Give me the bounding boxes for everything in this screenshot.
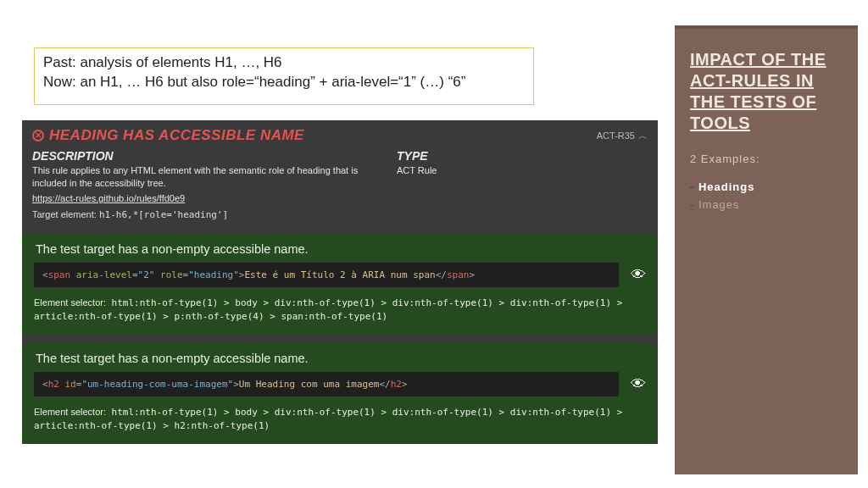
eye-icon[interactable]: 👁 — [631, 266, 646, 284]
rule-title-row: ✕ HEADING HAS ACCESSIBLE NAME — [32, 127, 304, 144]
rule-panel: ✕ HEADING HAS ACCESSIBLE NAME ACT-R35 ︿ … — [22, 120, 658, 444]
sidebar-title: IMPACT OF THE ACT-RULES IN THE TESTS OF … — [690, 49, 843, 134]
target-value: h1-h6,*[role='heading'] — [99, 209, 228, 220]
element-selector: Element selector: html:nth-of-type(1) > … — [34, 405, 646, 434]
rule-status-icon: ✕ — [32, 130, 44, 141]
result-title: The test target has a non-empty accessib… — [34, 242, 646, 256]
target-label: Target element: — [32, 209, 97, 219]
code-snippet: <h2 id="um-heading-com-uma-imagem">Um He… — [34, 372, 619, 396]
code-snippet: <span aria-level="2" role="heading">Este… — [34, 263, 619, 287]
description-text: This rule applies to any HTML element wi… — [32, 164, 363, 190]
result-block: The test target has a non-empty accessib… — [22, 234, 658, 335]
type-value: ACT Rule — [397, 164, 437, 177]
chevron-up-icon: ︿ — [638, 130, 648, 142]
sidebar: IMPACT OF THE ACT-RULES IN THE TESTS OF … — [675, 25, 858, 474]
result-title: The test target has a non-empty accessib… — [34, 352, 646, 365]
note-line-1: Past: analysis of elements H1, …, H6 — [43, 53, 525, 73]
sidebar-item-images[interactable]: Images — [690, 197, 843, 214]
description-heading: DESCRIPTION — [32, 149, 363, 163]
sidebar-list: Headings Images — [690, 179, 843, 214]
sidebar-item-headings[interactable]: Headings — [690, 179, 843, 197]
eye-icon[interactable]: 👁 — [631, 375, 646, 393]
rule-link[interactable]: https://act-rules.github.io/rules/ffd0e9 — [32, 193, 185, 203]
rule-title: HEADING HAS ACCESSIBLE NAME — [49, 127, 304, 144]
type-heading: TYPE — [397, 149, 437, 163]
note-line-2: Now: an H1, … H6 but also role=“heading”… — [43, 73, 525, 92]
element-selector: Element selector: html:nth-of-type(1) > … — [34, 296, 646, 324]
note-callout: Past: analysis of elements H1, …, H6 Now… — [34, 47, 534, 105]
rule-id-label: ACT-R35 — [597, 130, 635, 141]
sidebar-subtitle: 2 Examples: — [690, 152, 843, 165]
rule-id-toggle[interactable]: ACT-R35 ︿ — [597, 130, 648, 142]
target-element-line: Target element: h1-h6,*[role='heading'] — [32, 209, 363, 220]
result-block: The test target has a non-empty accessib… — [22, 343, 658, 444]
